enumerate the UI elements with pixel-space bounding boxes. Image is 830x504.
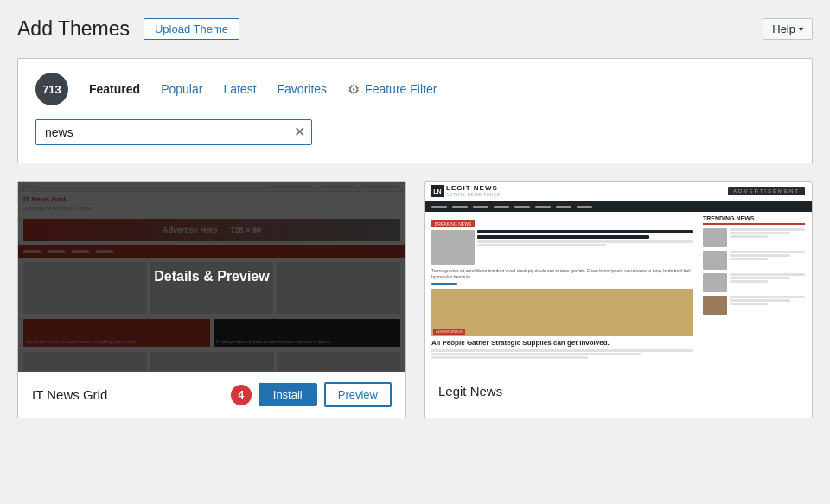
tab-favorites[interactable]: Favorites [278,82,328,96]
nav-item [431,206,447,208]
tab-latest[interactable]: Latest [223,82,256,96]
theme-actions-it-news-grid: 4 Install Preview [231,382,392,407]
gear-icon: ⚙ [348,81,360,98]
ln-logo: LN LEGIT NEWS ACTUAL NEWS TODAY [431,185,501,197]
install-button[interactable]: Install [259,383,317,406]
ln-logo-icon: LN [431,185,444,197]
legitnews-mock-screenshot: LN LEGIT NEWS ACTUAL NEWS TODAY ADVERTIS… [425,182,812,372]
help-button[interactable]: Help ▾ [763,18,813,40]
nav-item [494,206,509,208]
page-wrapper: Add Themes Upload Theme Help ▾ 713 Featu… [0,0,830,504]
theme-screenshot-legit-news: LN LEGIT NEWS ACTUAL NEWS TODAY ADVERTIS… [425,182,812,372]
nav-item [577,206,592,208]
filter-panel: 713 Featured Popular Latest Favorites ⚙ … [17,58,813,163]
theme-footer-it-news-grid: IT News Grid 4 Install Preview [18,372,405,418]
upload-theme-button[interactable]: Upload Theme [144,18,239,40]
nav-item [556,206,571,208]
theme-name-it-news-grid: IT News Grid [32,387,107,402]
theme-footer-legit-news: Legit News [425,372,812,411]
nav-item [452,206,468,208]
ln-header: LN LEGIT NEWS ACTUAL NEWS TODAY ADVERTIS… [425,182,812,201]
notification-badge: 4 [231,385,252,405]
tab-featured[interactable]: Featured [89,82,140,96]
clear-search-icon[interactable]: ✕ [294,125,305,139]
themes-grid: IT News GridA Journey WordPress Theme Ad… [17,181,813,418]
ln-ad-banner: ADVERTISEMENT [728,187,805,195]
feature-filter-label: Feature Filter [365,82,437,96]
header-row: Add Themes Upload Theme Help ▾ [17,17,813,41]
search-input[interactable] [35,119,312,145]
theme-count-badge: 713 [35,73,68,105]
filter-tabs: 713 Featured Popular Latest Favorites ⚙ … [35,73,795,105]
overlay-text: Details & Preview [154,269,269,284]
nav-item [473,206,488,208]
search-input-wrap: ✕ [35,119,312,145]
preview-button[interactable]: Preview [324,382,392,407]
page-title: Add Themes [17,17,130,41]
nav-item [535,206,551,208]
theme-card-it-news-grid: IT News GridA Journey WordPress Theme Ad… [17,181,406,418]
help-label: Help [772,22,795,35]
theme-screenshot-it-news-grid: IT News GridA Journey WordPress Theme Ad… [18,182,405,372]
ln-nav [425,201,812,212]
nav-item [514,206,530,208]
theme-name-legit-news: Legit News [438,384,502,399]
header-left: Add Themes Upload Theme [17,17,239,41]
chevron-down-icon: ▾ [799,24,803,34]
tab-popular[interactable]: Popular [161,82,202,96]
details-preview-overlay[interactable]: Details & Preview [18,182,405,372]
search-row: ✕ [35,119,795,145]
feature-filter-tab[interactable]: ⚙ Feature Filter [348,81,437,98]
theme-card-legit-news: LN LEGIT NEWS ACTUAL NEWS TODAY ADVERTIS… [424,181,813,418]
